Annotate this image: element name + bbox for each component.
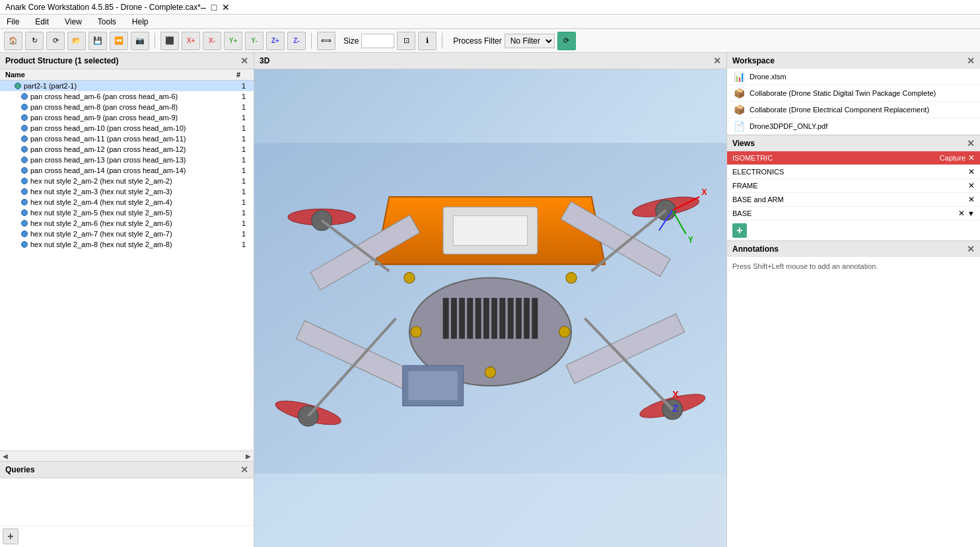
- product-structure-close[interactable]: ✕: [240, 55, 248, 66]
- svg-rect-15: [524, 298, 530, 338]
- toolbar-fit-button[interactable]: ⊡: [397, 32, 415, 50]
- tree-row[interactable]: pan cross head_am-14 (pan cross head_am-…: [0, 165, 254, 176]
- workspace-close[interactable]: ✕: [967, 55, 975, 66]
- viewport-title: 3D: [260, 56, 269, 65]
- tree-header: Name #: [0, 69, 254, 81]
- view-close-icon[interactable]: ✕: [968, 181, 975, 190]
- tree-row[interactable]: hex nut style 2_am-6 (hex nut style 2_am…: [0, 218, 254, 229]
- toolbar-cube-button[interactable]: ⬛: [160, 32, 179, 50]
- tree-row[interactable]: hex nut style 2_am-3 (hex nut style 2_am…: [0, 186, 254, 197]
- viewport-close[interactable]: ✕: [713, 55, 721, 66]
- tree-icon: [20, 166, 29, 175]
- toolbar-separator-3: [442, 33, 442, 49]
- views-close[interactable]: ✕: [967, 138, 975, 149]
- tree-icon: [20, 219, 29, 228]
- tree-container[interactable]: part2-1 (part2-1) 1 pan cross head_am-6 …: [0, 81, 254, 451]
- view-capture[interactable]: Capture: [940, 154, 965, 162]
- workspace-item[interactable]: 📦 Collaborate (Drone Static Digital Twin…: [727, 85, 980, 102]
- maximize-button[interactable]: □: [211, 2, 217, 13]
- view-item-basearm[interactable]: BASE and ARM ✕: [727, 193, 980, 207]
- close-button[interactable]: ✕: [222, 2, 230, 13]
- view-close-icon[interactable]: ✕: [968, 167, 975, 176]
- menu-tools[interactable]: Tools: [94, 16, 120, 28]
- toolbar-rotate-button[interactable]: ↻: [25, 32, 44, 50]
- scroll-left-button[interactable]: ◀: [3, 453, 8, 460]
- toolbar-open-button[interactable]: 📂: [67, 32, 86, 50]
- workspace-item[interactable]: 📦 Collaborate (Drone Electrical Componen…: [727, 102, 980, 118]
- toolbar-xm-button[interactable]: X-: [203, 32, 221, 50]
- views-section: Views ✕ ISOMETRIC Capture ✕ ELECTRONICS …: [727, 135, 980, 241]
- tree-row[interactable]: hex nut style 2_am-4 (hex nut style 2_am…: [0, 197, 254, 207]
- tree-row[interactable]: part2-1 (part2-1) 1: [0, 81, 254, 91]
- menu-view[interactable]: View: [61, 16, 86, 28]
- toolbar-xp-button[interactable]: X+: [182, 32, 200, 50]
- add-view-button[interactable]: +: [732, 223, 747, 238]
- size-input[interactable]: [361, 34, 394, 48]
- toolbar-size-icon[interactable]: ⟺: [317, 32, 335, 50]
- toolbar-refresh-button[interactable]: ⟳: [46, 32, 65, 50]
- tree-icon: [20, 187, 29, 196]
- tree-header-name: Name: [5, 71, 228, 79]
- tree-icon: [20, 229, 29, 238]
- view-item-base[interactable]: BASE ✕ ▼: [727, 207, 980, 221]
- menu-edit[interactable]: Edit: [31, 16, 53, 28]
- queries-panel: Queries ✕ +: [0, 461, 254, 547]
- tree-row[interactable]: pan cross head_am-6 (pan cross head_am-6…: [0, 91, 254, 102]
- view-close-icon[interactable]: ✕: [968, 195, 975, 204]
- toolbar-history-button[interactable]: ⏪: [110, 32, 128, 50]
- left-panel: Product Structure (1 selected) ✕ Name # …: [0, 53, 254, 547]
- minimize-button[interactable]: –: [201, 2, 206, 13]
- annotations-close[interactable]: ✕: [967, 244, 975, 254]
- tree-row[interactable]: pan cross head_am-9 (pan cross head_am-9…: [0, 112, 254, 123]
- tree-row[interactable]: hex nut style 2_am-5 (hex nut style 2_am…: [0, 207, 254, 218]
- svg-rect-39: [408, 371, 458, 400]
- tree-row[interactable]: hex nut style 2_am-2 (hex nut style 2_am…: [0, 176, 254, 186]
- view-item-isometric[interactable]: ISOMETRIC Capture ✕: [727, 151, 980, 165]
- views-footer: +: [727, 221, 980, 240]
- view-name: ISOMETRIC: [732, 154, 940, 162]
- view-name: ELECTRONICS: [732, 168, 968, 176]
- scroll-right-button[interactable]: ▶: [246, 453, 251, 460]
- toolbar-zm-button[interactable]: Z-: [287, 32, 306, 50]
- tree-row[interactable]: pan cross head_am-10 (pan cross head_am-…: [0, 123, 254, 133]
- annotations-body: Press Shift+Left mouse to add an annotat…: [727, 257, 980, 275]
- queries-footer: +: [0, 525, 254, 547]
- workspace-item[interactable]: 📄 Drone3DPDF_ONLY.pdf: [727, 118, 980, 135]
- tree-row[interactable]: pan cross head_am-13 (pan cross head_am-…: [0, 155, 254, 165]
- annotations-hint: Press Shift+Left mouse to add an annotat…: [732, 262, 878, 270]
- toolbar-ym-button[interactable]: Y-: [245, 32, 263, 50]
- tree-icon: [20, 208, 29, 217]
- collaborate2-icon: 📦: [732, 104, 746, 115]
- queries-close[interactable]: ✕: [240, 464, 248, 475]
- tree-icon: [20, 155, 29, 164]
- add-query-button[interactable]: +: [3, 529, 18, 544]
- svg-rect-11: [492, 298, 497, 338]
- view-item-frame[interactable]: FRAME ✕: [727, 179, 980, 193]
- toolbar-yp-button[interactable]: Y+: [224, 32, 242, 50]
- menu-file[interactable]: File: [3, 16, 23, 28]
- viewport-3d[interactable]: X Y X Z: [254, 69, 726, 547]
- view-close-icon[interactable]: ✕: [958, 209, 965, 218]
- tree-scroll-arrows: ◀ ▶: [0, 451, 254, 461]
- toolbar-process-btn[interactable]: ⟳: [557, 32, 576, 50]
- process-filter-select[interactable]: No Filter: [505, 34, 555, 48]
- view-close-icon[interactable]: ✕: [968, 153, 975, 163]
- toolbar-info-button[interactable]: ℹ: [418, 32, 437, 50]
- tree-row[interactable]: hex nut style 2_am-7 (hex nut style 2_am…: [0, 229, 254, 239]
- tree-row[interactable]: pan cross head_am-12 (pan cross head_am-…: [0, 144, 254, 155]
- tree-row[interactable]: hex nut style 2_am-8 (hex nut style 2_am…: [0, 239, 254, 250]
- view-item-electronics[interactable]: ELECTRONICS ✕: [727, 165, 980, 179]
- toolbar-cam-button[interactable]: 📷: [131, 32, 149, 50]
- toolbar-save-button[interactable]: 💾: [88, 32, 107, 50]
- svg-rect-5: [443, 298, 448, 338]
- tree-row[interactable]: pan cross head_am-11 (pan cross head_am-…: [0, 133, 254, 144]
- menu-help[interactable]: Help: [128, 16, 153, 28]
- tree-row[interactable]: pan cross head_am-8 (pan cross head_am-8…: [0, 102, 254, 112]
- toolbar-home-button[interactable]: 🏠: [4, 32, 22, 50]
- viewport-header: 3D ✕: [254, 53, 726, 69]
- svg-rect-14: [516, 298, 521, 338]
- view-name: FRAME: [732, 182, 968, 190]
- toolbar-zp-button[interactable]: Z+: [266, 32, 285, 50]
- workspace-item[interactable]: 📊 Drone.xlsm: [727, 69, 980, 85]
- svg-point-33: [404, 272, 415, 283]
